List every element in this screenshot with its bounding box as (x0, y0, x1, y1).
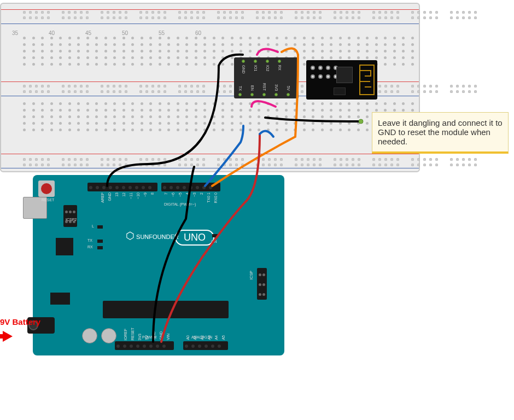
brand-label: ⬡ SUNFOUNDER (126, 230, 179, 242)
power-header[interactable] (115, 341, 174, 350)
pin-vin: VIN (166, 334, 170, 340)
pin-a2: A2 (200, 335, 204, 340)
pin-label-gnd: GND (242, 65, 246, 74)
pin-~10: ~10 (136, 192, 140, 199)
capacitor-2 (101, 328, 116, 343)
esp8266-adapter-module: GND IO1 IO2 RX TX EN RST 3V3 5V (234, 57, 299, 98)
pin-3: ~3 (192, 192, 196, 197)
pin-12: 12 (122, 192, 126, 197)
pin-2: 2 (200, 192, 203, 195)
pin-aref: AREF (101, 192, 104, 203)
pin-13: 13 (115, 192, 119, 197)
bb-col-60: 60 (195, 30, 201, 36)
capacitor-1 (82, 328, 97, 343)
pin-gnd: GND (108, 192, 112, 201)
pin-3v3: 3V3 (138, 334, 142, 340)
arduino-uno-board: RESET ICSP2 DIGITAL (PWM=~) L TX RX ⬡ SU… (33, 175, 284, 355)
pin-label-io1: IO1 (254, 65, 258, 71)
pin-5: ~5 (178, 192, 182, 197)
pin-reset: RESET (131, 328, 135, 340)
icsp2-header[interactable] (63, 205, 77, 227)
icsp-label: ICSP (249, 271, 253, 279)
annotation-note: Leave it dangling and connect it to GND … (372, 112, 509, 154)
on-led-label: ON (211, 240, 217, 243)
bb-col-50: 50 (122, 30, 128, 36)
led-tx-label: TX (87, 238, 92, 242)
digital-header-right[interactable] (161, 183, 220, 191)
board-name-badge: UNO (175, 230, 214, 246)
pin-8: 8 (150, 192, 154, 195)
pin-gnd: GND (159, 331, 163, 340)
pin-7: 7 (164, 192, 168, 195)
wifi-antenna-icon (359, 65, 375, 95)
digital-header-left[interactable] (87, 183, 157, 191)
reset-label: RESET (42, 198, 54, 202)
led-l-label: L (92, 224, 94, 228)
pin-~9: ~9 (143, 192, 147, 197)
atmega16u2-chip (56, 238, 73, 255)
pin-label-en: EN (250, 85, 254, 91)
pin-label-3v3: 3V3 (274, 84, 278, 91)
pin-label-rx: RX (278, 65, 282, 71)
icsp-header[interactable] (257, 268, 267, 300)
pin-gnd: GND (152, 331, 156, 340)
analog-header[interactable] (183, 341, 228, 350)
pin-label-rst: RST (262, 83, 266, 91)
pin-label-tx: TX (238, 86, 242, 91)
esp-chip-icon (336, 67, 353, 83)
pin-a4: A4 (214, 335, 218, 340)
pin-a0: A0 (186, 335, 190, 340)
pin-5v: 5V (145, 335, 149, 340)
esp-flash-chip (334, 88, 346, 95)
pin-label-5v: 5V (287, 86, 290, 91)
icsp2-label: ICSP2 (66, 218, 77, 221)
digital-label: DIGITAL (PWM=~) (164, 202, 196, 206)
bb-col-35: 35 (12, 30, 18, 36)
led-rx-label: RX (87, 245, 93, 249)
pin-ioref: IOREF (124, 329, 127, 340)
battery-arrow-icon (3, 331, 13, 342)
battery-label: 9V Battery (0, 317, 40, 326)
voltage-regulator (50, 293, 70, 305)
bb-col-40: 40 (49, 30, 55, 36)
pin-tx01: TX0 1 (207, 192, 211, 203)
pin-a5: A5 (221, 335, 225, 340)
esp8266-module (306, 60, 377, 100)
bb-col-55: 55 (159, 30, 165, 36)
pin-a3: A3 (207, 335, 211, 340)
pin-a1: A1 (193, 335, 197, 340)
pin-~11: ~11 (129, 192, 133, 199)
pin-6: ~6 (171, 192, 175, 197)
bb-col-45: 45 (85, 30, 91, 36)
atmega328-chip (103, 301, 229, 318)
pin-label-io2: IO2 (266, 65, 270, 71)
pin-rx00: RX0 0 (214, 192, 218, 203)
pin-4: 4 (185, 192, 189, 195)
reset-button[interactable] (38, 180, 55, 197)
